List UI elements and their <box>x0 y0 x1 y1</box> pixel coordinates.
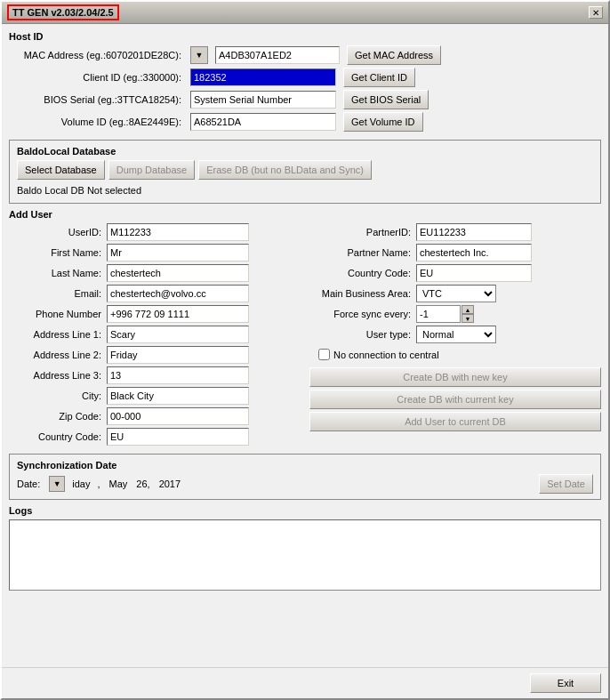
partner-name-input[interactable] <box>416 244 532 261</box>
email-input[interactable] <box>107 285 249 302</box>
main-business-select[interactable]: VTC <box>416 285 496 302</box>
bios-input[interactable] <box>190 91 336 109</box>
no-connection-checkbox[interactable] <box>318 349 330 360</box>
addr3-label: Address Line 3: <box>9 370 107 381</box>
day-num: 26, <box>136 479 149 489</box>
date-dropdown[interactable]: ▼ <box>49 476 65 492</box>
force-sync-down[interactable]: ▼ <box>462 314 474 323</box>
addr1-input[interactable] <box>107 326 249 343</box>
addr2-label: Address Line 2: <box>9 350 107 360</box>
database-buttons: Select Database Dump Database Erase DB (… <box>17 160 593 180</box>
database-title: BaldoLocal Database <box>17 146 593 157</box>
add-user-current-db-button[interactable]: Add User to current DB <box>309 412 601 431</box>
email-row: Email: <box>9 285 301 302</box>
sync-section: Synchronization Date Date: ▼ iday , May … <box>9 454 601 500</box>
close-button[interactable]: ✕ <box>589 6 603 19</box>
volume-input[interactable] <box>190 113 336 131</box>
main-window: TT GEN v2.03/2.04/2.5 ✕ Host ID MAC Addr… <box>0 0 610 700</box>
main-business-label: Main Business Area: <box>309 288 416 299</box>
dump-database-button[interactable]: Dump Database <box>108 160 196 180</box>
userid-row: UserID: <box>9 223 301 241</box>
addr2-row: Address Line 2: <box>9 346 301 364</box>
partner-id-input[interactable] <box>416 223 532 241</box>
force-sync-up[interactable]: ▲ <box>462 305 474 314</box>
firstname-input[interactable] <box>107 244 249 261</box>
client-id-input[interactable] <box>190 68 336 86</box>
exit-button[interactable]: Exit <box>530 673 601 693</box>
partner-id-label: PartnerID: <box>309 227 416 237</box>
user-type-select[interactable]: Normal <box>416 326 496 343</box>
force-sync-control: ▲ ▼ <box>416 305 474 323</box>
user-type-row: User type: Normal <box>309 326 601 343</box>
addr3-input[interactable] <box>107 366 249 384</box>
create-new-key-button[interactable]: Create DB with new key <box>309 367 601 387</box>
lastname-input[interactable] <box>107 264 249 282</box>
comma: , <box>97 479 100 489</box>
right-country-row: Country Code: <box>309 264 601 282</box>
set-date-button[interactable]: Set Date <box>539 474 593 494</box>
userid-label: UserID: <box>9 227 107 237</box>
sync-row: Date: ▼ iday , May 26, 2017 Set Date <box>17 474 593 494</box>
no-connection-label: No connection to central <box>333 350 439 360</box>
addr1-label: Address Line 1: <box>9 329 107 340</box>
get-mac-button[interactable]: Get MAC Address <box>347 45 441 65</box>
phone-input[interactable] <box>107 305 249 323</box>
title-bar: TT GEN v2.03/2.04/2.5 ✕ <box>2 2 608 24</box>
footer: Exit <box>2 667 608 698</box>
add-user-left-col: UserID: First Name: Last Name: Email: <box>9 223 301 448</box>
get-bios-button[interactable]: Get BIOS Serial <box>343 90 429 109</box>
bios-serial-row: BIOS Serial (eg.:3TTCA18254): Get BIOS S… <box>9 90 601 109</box>
addr1-row: Address Line 1: <box>9 326 301 343</box>
logs-textarea[interactable] <box>9 519 601 591</box>
client-id-row: Client ID (eg.:330000): Get Client ID <box>9 68 601 87</box>
select-database-button[interactable]: Select Database <box>17 160 105 180</box>
bios-label: BIOS Serial (eg.:3TTCA18254): <box>9 94 187 105</box>
erase-database-button[interactable]: Erase DB (but no BLData and Sync) <box>198 160 372 180</box>
no-connection-row: No connection to central <box>309 349 601 360</box>
lastname-row: Last Name: <box>9 264 301 282</box>
volume-id-row: Volume ID (eg.:8AE2449E): Get Volume ID <box>9 112 601 132</box>
right-country-label: Country Code: <box>309 268 416 278</box>
month-value: May <box>109 479 128 489</box>
city-input[interactable] <box>107 387 249 405</box>
get-volume-button[interactable]: Get Volume ID <box>343 112 423 132</box>
addr2-input[interactable] <box>107 346 249 364</box>
phone-row: Phone Number <box>9 305 301 323</box>
firstname-row: First Name: <box>9 244 301 261</box>
force-sync-input[interactable] <box>416 305 461 323</box>
country-input[interactable] <box>107 428 249 446</box>
add-user-section: Add User UserID: First Name: Last Name: <box>9 209 601 448</box>
force-sync-spinners: ▲ ▼ <box>462 305 474 323</box>
window-title: TT GEN v2.03/2.04/2.5 <box>7 4 119 20</box>
day-value: iday <box>72 479 90 489</box>
country-label: Country Code: <box>9 431 107 442</box>
firstname-label: First Name: <box>9 247 107 258</box>
phone-label: Phone Number <box>9 309 107 319</box>
get-client-id-button[interactable]: Get Client ID <box>343 68 415 87</box>
volume-label: Volume ID (eg.:8AE2449E): <box>9 117 187 127</box>
country-row: Country Code: <box>9 428 301 446</box>
zip-row: Zip Code: <box>9 407 301 425</box>
content-area: Host ID MAC Address (eg.:6070201DE28C): … <box>2 24 608 667</box>
lastname-label: Last Name: <box>9 268 107 278</box>
user-type-label: User type: <box>309 329 416 340</box>
logs-section: Logs <box>9 505 601 660</box>
city-row: City: <box>9 387 301 405</box>
force-sync-label: Force sync every: <box>309 309 416 319</box>
main-business-row: Main Business Area: VTC <box>309 285 601 302</box>
email-label: Email: <box>9 288 107 299</box>
mac-dropdown[interactable]: ▼ <box>190 46 208 64</box>
create-current-key-button[interactable]: Create DB with current key <box>309 390 601 409</box>
mac-label: MAC Address (eg.:6070201DE28C): <box>9 50 187 60</box>
partner-name-row: Partner Name: <box>309 244 601 261</box>
mac-address-input[interactable] <box>215 46 340 64</box>
right-country-input[interactable] <box>416 264 532 282</box>
host-id-title: Host ID <box>9 31 601 42</box>
userid-input[interactable] <box>107 223 249 241</box>
logs-title: Logs <box>9 505 601 516</box>
zip-input[interactable] <box>107 407 249 425</box>
city-label: City: <box>9 390 107 401</box>
add-user-right-col: PartnerID: Partner Name: Country Code: M… <box>309 223 601 448</box>
force-sync-row: Force sync every: ▲ ▼ <box>309 305 601 323</box>
sync-title: Synchronization Date <box>17 460 593 471</box>
